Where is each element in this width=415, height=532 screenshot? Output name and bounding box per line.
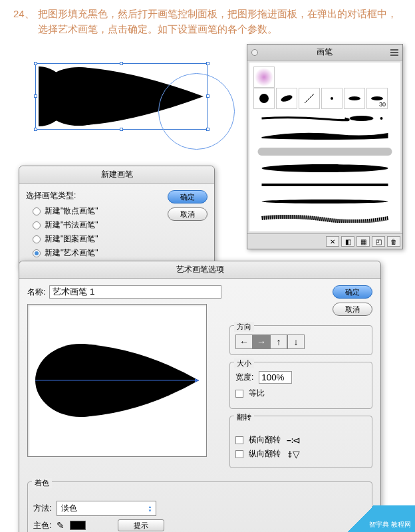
cancel-button[interactable]: 取消 — [168, 207, 208, 221]
brush-thumbnail[interactable] — [321, 88, 343, 109]
method-label: 方法: — [33, 503, 51, 514]
brush-thumbnail[interactable]: 30 — [366, 88, 388, 109]
width-input[interactable] — [259, 371, 292, 384]
brush-thumbnail[interactable] — [344, 88, 365, 109]
cancel-button[interactable]: 取消 — [333, 303, 372, 316]
remove-stroke-icon[interactable]: ✕ — [326, 236, 339, 247]
dialog-title: 新建画笔 — [19, 166, 214, 184]
brushes-panel[interactable]: 画笔 30 ✕ ◧ ▦ ◰ 🗑 — [247, 44, 403, 249]
brush-stroke-preview[interactable] — [255, 111, 395, 126]
svg-point-7 — [350, 116, 374, 121]
resize-handle[interactable] — [120, 62, 123, 65]
new-brush-icon[interactable]: ◰ — [372, 236, 385, 247]
tint-fieldset: 着色 方法: 淡色 ▲▼ 主色: ✎ 提示 — [27, 481, 372, 532]
brush-options-icon[interactable]: ◧ — [341, 236, 354, 247]
resize-handle[interactable] — [34, 94, 37, 98]
select-arrows-icon: ▲▼ — [148, 505, 152, 513]
ok-button[interactable]: 确定 — [333, 285, 372, 299]
brush-stroke-preview[interactable] — [255, 128, 395, 142]
flip-vertical-label: 纵向翻转 — [249, 448, 281, 460]
panel-header[interactable]: 画笔 — [247, 45, 402, 61]
circle-path[interactable] — [158, 73, 235, 150]
flip-horizontal-label: 横向翻转 — [249, 434, 281, 446]
step-body: 把图形填充黑色，然后打开画笔控制面板，把图形拖进面板，在弹出的对话框中，选择艺术… — [38, 7, 402, 37]
resize-handle[interactable] — [120, 128, 123, 131]
canvas-area[interactable] — [19, 60, 238, 160]
close-icon[interactable] — [251, 49, 258, 56]
svg-point-10 — [262, 200, 388, 203]
flip-fieldset: 翻转 横向翻转 ∹⊲ 纵向翻转 ⤈▽ — [229, 416, 372, 468]
brush-stroke-preview[interactable] — [255, 161, 395, 176]
key-color-swatch[interactable] — [70, 521, 86, 530]
radio-icon — [33, 207, 41, 215]
size-fieldset: 大小 宽度: 等比 — [229, 362, 372, 409]
panel-footer: ✕ ◧ ▦ ◰ 🗑 — [247, 233, 402, 249]
direction-up-button[interactable]: ↑ — [270, 334, 287, 349]
brush-thumbnail[interactable] — [253, 88, 275, 109]
svg-point-6 — [371, 96, 383, 100]
radial-brush-icon — [255, 68, 273, 86]
proportional-checkbox[interactable] — [235, 390, 243, 398]
key-color-label: 主色: — [33, 520, 51, 531]
direction-right-button[interactable]: → — [253, 334, 270, 349]
brush-libraries-icon[interactable]: ▦ — [356, 236, 370, 247]
radio-art-brush[interactable]: 新建"艺术画笔" — [33, 247, 161, 259]
flip-horizontal-icon: ∹⊲ — [286, 435, 299, 446]
svg-point-2 — [280, 94, 293, 103]
panel-menu-icon[interactable] — [390, 49, 398, 56]
flip-horizontal-checkbox[interactable] — [235, 436, 243, 444]
watermark: 智宇典 教程网 — [329, 505, 415, 532]
eyedropper-icon[interactable]: ✎ — [57, 520, 65, 531]
resize-handle[interactable] — [34, 128, 37, 131]
resize-handle[interactable] — [206, 62, 209, 65]
svg-line-3 — [305, 94, 314, 103]
radio-icon — [33, 221, 41, 229]
brush-stroke-preview[interactable] — [255, 144, 395, 159]
panel-title: 画笔 — [317, 47, 333, 58]
svg-point-1 — [259, 94, 269, 103]
brush-thumbnail[interactable] — [299, 88, 320, 109]
direction-fieldset: 方向 ← → ↑ ↓ — [229, 325, 372, 355]
new-brush-dialog: 新建画笔 选择画笔类型: 新建"散点画笔" 新建"书法画笔" 新建"图案画笔" … — [19, 166, 215, 269]
radio-icon — [33, 249, 41, 257]
direction-left-button[interactable]: ← — [235, 334, 253, 349]
trash-icon[interactable]: 🗑 — [387, 236, 400, 247]
width-label: 宽度: — [235, 372, 253, 383]
brush-type-group: 选择画笔类型: 新建"散点画笔" 新建"书法画笔" 新建"图案画笔" 新建"艺术… — [26, 190, 161, 261]
tip-button[interactable]: 提示 — [118, 519, 164, 531]
preview-shape — [34, 340, 200, 420]
step-number: 24、 — [13, 7, 35, 37]
svg-point-4 — [331, 97, 333, 100]
flip-vertical-checkbox[interactable] — [235, 450, 243, 458]
brush-thumbnail[interactable] — [276, 88, 297, 109]
resize-handle[interactable] — [34, 62, 37, 65]
flip-vertical-icon: ⤈▽ — [286, 449, 299, 460]
ok-button[interactable]: 确定 — [168, 190, 208, 203]
dialog-title: 艺术画笔选项 — [19, 261, 380, 279]
svg-point-9 — [262, 164, 388, 172]
brush-stroke-preview[interactable] — [255, 194, 395, 209]
brush-thumbnail[interactable] — [253, 66, 275, 88]
direction-down-button[interactable]: ↓ — [287, 334, 305, 349]
proportional-label: 等比 — [249, 388, 265, 399]
step-instruction: 24、 把图形填充黑色，然后打开画笔控制面板，把图形拖进面板，在弹出的对话框中，… — [0, 0, 415, 40]
tint-method-select[interactable]: 淡色 ▲▼ — [57, 501, 156, 516]
svg-point-8 — [380, 117, 383, 120]
brush-stroke-preview[interactable] — [255, 211, 395, 225]
brush-name-input[interactable] — [49, 285, 221, 299]
brush-list[interactable]: 30 — [249, 63, 400, 231]
brush-stroke-preview[interactable] — [255, 178, 395, 192]
radio-scatter-brush[interactable]: 新建"散点画笔" — [33, 205, 161, 217]
radio-calligraphy-brush[interactable]: 新建"书法画笔" — [33, 219, 161, 231]
group-label: 选择画笔类型: — [26, 190, 161, 201]
brush-preview — [27, 304, 207, 457]
name-label: 名称: — [27, 287, 45, 298]
art-brush-options-dialog: 艺术画笔选项 名称: 确定 取消 方向 — [19, 261, 381, 532]
svg-point-5 — [348, 96, 360, 100]
radio-pattern-brush[interactable]: 新建"图案画笔" — [33, 233, 161, 245]
radio-icon — [33, 235, 41, 243]
